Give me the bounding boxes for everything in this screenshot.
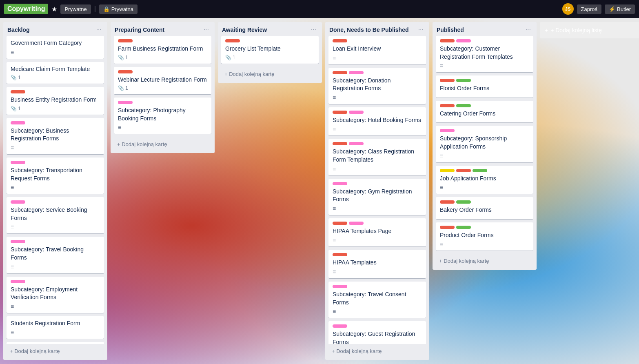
card-badges-pub5: ≡	[440, 184, 529, 191]
add-card-button-published[interactable]: + Dodaj kolejną kartę	[436, 255, 533, 266]
label-green	[473, 169, 487, 172]
description-badge: ≡	[11, 224, 14, 230]
description-badge: ≡	[333, 269, 336, 275]
label-pink	[11, 280, 25, 283]
lists-container: Backlog···Government Form Category≡Medic…	[0, 18, 639, 364]
list-menu-awaiting[interactable]: ···	[309, 25, 318, 34]
card-p2[interactable]: Webinar Lecture Registration Form📎 1	[114, 67, 211, 95]
board-title[interactable]: Copywriting	[4, 4, 48, 14]
butler-button[interactable]: ⚡ Butler	[605, 4, 635, 14]
card-pub4[interactable]: Subcategory: Sponsorship Application For…	[436, 126, 533, 162]
card-c2[interactable]: Medicare Claim Form Template📎 1	[7, 62, 104, 84]
card-labels-pub4	[440, 129, 529, 132]
app-header: Copywriting ★ Prywatne | 🔒 Prywatna JS Z…	[0, 0, 639, 18]
description-badge: ≡	[333, 166, 336, 172]
label-red	[440, 79, 455, 82]
add-list-button[interactable]: + + Dodaj kolejną listę	[540, 22, 639, 38]
join-button[interactable]: Zaproś	[577, 4, 601, 14]
private-button[interactable]: Prywatne	[60, 4, 91, 14]
add-card-button-done[interactable]: + Dodaj kolejną kartę	[328, 346, 426, 357]
card-pub6[interactable]: Bakery Order Forms	[436, 197, 533, 219]
add-card-button-backlog[interactable]: + Dodaj kolejną kartę	[7, 346, 104, 357]
label-pink	[11, 121, 25, 124]
paperclip-icon: 📎	[11, 106, 17, 111]
lines-icon: ≡	[333, 237, 336, 243]
list-header-preparing: Preparing Content···	[111, 22, 215, 36]
private-label-button[interactable]: 🔒 Prywatna	[99, 4, 138, 14]
list-footer-backlog: + Dodaj kolejną kartę	[3, 344, 107, 360]
card-pub2[interactable]: Florist Order Forms	[436, 75, 533, 98]
lines-icon: ≡	[11, 303, 14, 310]
card-d4[interactable]: Subcategory: Class Registration Form Tem…	[328, 139, 426, 175]
card-c8[interactable]: Subcategory: Employment Verification For…	[7, 277, 104, 313]
avatar[interactable]: JS	[562, 3, 574, 15]
card-d5[interactable]: Subcategory: Gym Registration Forms≡	[328, 179, 426, 215]
card-c10[interactable]: Hotel Booking Form≡	[7, 342, 104, 344]
card-badges-d6: ≡	[333, 237, 422, 243]
lines-icon: ≡	[333, 126, 336, 132]
list-title-backlog: Backlog	[7, 27, 29, 33]
card-c4[interactable]: Subcategory: Business Registration Forms…	[7, 118, 104, 154]
card-pub3[interactable]: Catering Order Forms	[436, 101, 533, 123]
list-title-published: Published	[437, 27, 464, 33]
card-c6[interactable]: Subcategory: Service Booking Forms≡	[7, 197, 104, 233]
card-d6[interactable]: HIPAA Templates Page≡	[328, 218, 426, 247]
label-pink	[11, 200, 25, 204]
label-red	[333, 253, 347, 256]
star-icon[interactable]: ★	[51, 5, 57, 13]
card-d7[interactable]: HIPAA Templates≡	[328, 250, 426, 278]
card-title-pub4: Subcategory: Sponsorship Application For…	[440, 135, 529, 151]
list-menu-published[interactable]: ···	[524, 25, 532, 34]
label-red	[440, 226, 455, 229]
list-title-done: Done, Needs to Be Published	[329, 27, 408, 33]
label-green	[456, 79, 471, 82]
card-title-pub1: Subcategory: Customer Registration Form …	[440, 45, 529, 61]
list-backlog: Backlog···Government Form Category≡Medic…	[3, 22, 107, 360]
description-badge: ≡	[11, 49, 14, 55]
lines-icon: ≡	[11, 329, 14, 335]
add-card-button-preparing[interactable]: + Dodaj kolejną kartę	[114, 139, 211, 150]
card-c5[interactable]: Subcategory: Transportation Request Form…	[7, 158, 104, 194]
list-footer-done: + Dodaj kolejną kartę	[325, 344, 429, 360]
card-c7[interactable]: Subcategory: Travel Booking Forms≡	[7, 237, 104, 273]
card-c1[interactable]: Government Form Category≡	[7, 36, 104, 59]
card-pub7[interactable]: Product Order Forms≡	[436, 222, 533, 251]
label-red	[440, 39, 455, 42]
label-red	[333, 222, 347, 225]
card-d1[interactable]: Loan Exit Interview≡	[328, 36, 426, 64]
description-badge: ≡	[333, 126, 336, 132]
card-title-d4: Subcategory: Class Registration Form Tem…	[333, 148, 422, 164]
card-d8[interactable]: Subcategory: Travel Consent Forms≡	[328, 282, 426, 318]
card-title-a1: Grocery List Template	[225, 45, 315, 53]
label-green	[456, 104, 471, 107]
card-title-c1: Government Form Category	[11, 39, 100, 47]
card-pub5[interactable]: Job Application Forms≡	[436, 166, 533, 194]
list-menu-preparing[interactable]: ···	[202, 25, 211, 34]
card-labels-d4	[333, 142, 422, 145]
lines-icon: ≡	[11, 264, 14, 270]
add-card-button-awaiting[interactable]: + Dodaj kolejną kartę	[221, 69, 319, 80]
list-menu-done[interactable]: ···	[417, 25, 425, 34]
card-d2[interactable]: Subcategory: Donation Registration Forms…	[328, 68, 426, 104]
card-p1[interactable]: Farm Business Registration Form📎 1	[114, 36, 211, 64]
lines-icon: ≡	[440, 184, 443, 191]
card-labels-d5	[333, 182, 422, 185]
card-p3[interactable]: Subcategory: Photography Booking Forms≡	[114, 98, 211, 134]
card-badges-c3: 📎 1	[11, 106, 100, 111]
card-a1[interactable]: Grocery List Template📎 1	[221, 36, 319, 64]
card-labels-d6	[333, 222, 422, 225]
description-badge: ≡	[333, 237, 336, 243]
card-labels-p1	[118, 39, 207, 42]
card-d9[interactable]: Subcategory: Guest Registration Forms≡	[328, 321, 426, 344]
card-badges-c9: ≡	[11, 329, 100, 335]
add-list-label: + Dodaj kolejną listę	[550, 27, 602, 33]
card-c3[interactable]: Business Entity Registration Form📎 1	[7, 87, 104, 115]
card-pub1[interactable]: Subcategory: Customer Registration Form …	[436, 36, 533, 72]
paperclip-icon: 📎	[225, 55, 231, 60]
card-badges-c2: 📎 1	[11, 75, 100, 80]
card-d3[interactable]: Subcategory: Hotel Booking Forms≡	[328, 107, 426, 136]
list-menu-backlog[interactable]: ···	[95, 25, 103, 34]
card-c9[interactable]: Students Registration Form≡	[7, 316, 104, 339]
card-badges-c6: ≡	[11, 224, 100, 230]
card-labels-a1	[225, 39, 315, 42]
